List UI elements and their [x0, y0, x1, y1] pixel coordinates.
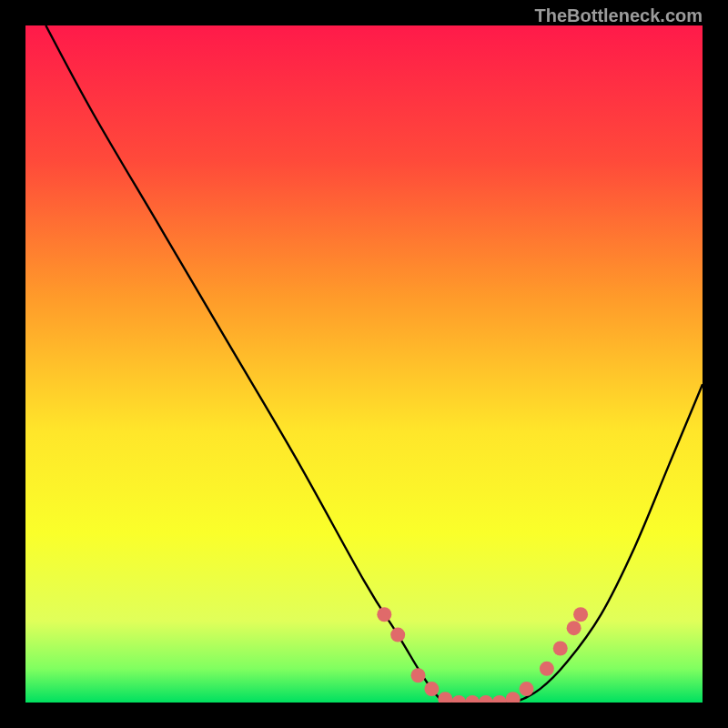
marker-point	[411, 668, 426, 682]
curve-layer	[25, 25, 703, 703]
marker-point	[567, 621, 581, 635]
marker-point	[377, 607, 391, 622]
marker-point	[479, 695, 493, 703]
marker-point	[553, 641, 568, 655]
marker-point	[424, 682, 439, 696]
marker-point	[492, 695, 507, 703]
marker-point	[573, 607, 588, 622]
marker-point	[390, 628, 405, 642]
watermark-text: TheBottleneck.com	[535, 5, 703, 26]
bottleneck-curve	[46, 25, 703, 703]
marker-point	[465, 695, 480, 703]
plot-area	[25, 25, 703, 703]
marker-point	[520, 682, 534, 696]
marker-point	[506, 692, 521, 703]
marker-point	[451, 695, 466, 703]
marker-point	[438, 692, 452, 703]
marker-point	[540, 662, 554, 676]
